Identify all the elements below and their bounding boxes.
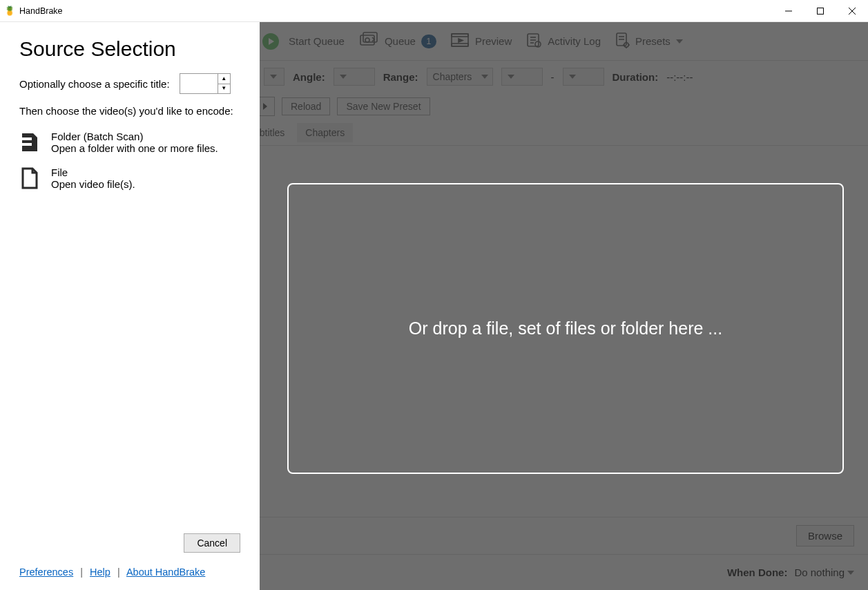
panel-links: Preferences | Help | About HandBrake (19, 567, 240, 578)
preview-icon (450, 32, 470, 50)
duration-value: --:--:-- (666, 71, 693, 83)
range-from-select[interactable] (501, 68, 543, 86)
source-folder-title: Folder (Batch Scan) (51, 131, 218, 142)
activity-log-icon (525, 32, 542, 50)
specific-title-row: Optionally choose a specific title: ▲ ▼ (19, 73, 240, 94)
when-done-select[interactable]: Do nothing (794, 567, 854, 578)
angle-label: Angle: (293, 71, 325, 83)
link-separator: | (117, 567, 120, 578)
queue-count-badge: 1 (421, 35, 436, 48)
source-selection-panel: Source Selection Optionally choose a spe… (0, 22, 260, 590)
chevron-down-icon (508, 75, 514, 79)
folder-icon (19, 131, 40, 154)
range-to-select[interactable] (563, 68, 604, 86)
svg-rect-19 (19, 137, 32, 140)
title-select[interactable] (264, 68, 284, 86)
tab-chapters[interactable]: Chapters (297, 123, 353, 142)
reload-label: Reload (291, 101, 321, 112)
duration-label: Duration: (613, 71, 659, 83)
svg-rect-1 (818, 8, 824, 14)
when-done-value: Do nothing (794, 567, 845, 578)
app-icon: 🍍 (4, 6, 15, 16)
chevron-right-icon (263, 103, 267, 110)
chevron-down-icon (676, 39, 683, 44)
queue-icon (358, 32, 379, 50)
browse-button[interactable]: Browse (796, 525, 854, 546)
spinner-up-button[interactable]: ▲ (218, 74, 230, 84)
angle-select[interactable] (334, 68, 375, 86)
source-file-text: File Open video file(s). (51, 166, 135, 190)
range-type-value: Chapters (433, 71, 472, 82)
range-label: Range: (383, 71, 418, 83)
svg-rect-4 (360, 35, 374, 45)
presets-button[interactable]: Presets (610, 29, 687, 53)
presets-icon (615, 32, 630, 50)
cancel-label: Cancel (197, 537, 227, 549)
save-new-preset-button[interactable]: Save New Preset (337, 97, 430, 115)
browse-label: Browse (808, 530, 842, 542)
save-new-preset-label: Save New Preset (346, 101, 421, 112)
activity-log-label: Activity Log (548, 35, 601, 47)
range-dash: - (551, 71, 554, 83)
about-link[interactable]: About HandBrake (126, 567, 205, 578)
tab-chapters-label: Chapters (305, 127, 345, 138)
link-separator: | (80, 567, 83, 578)
activity-log-button[interactable]: Activity Log (521, 29, 605, 53)
specific-title-spinner[interactable]: ▲ ▼ (180, 73, 231, 94)
spinner-arrows: ▲ ▼ (218, 74, 230, 93)
queue-button[interactable]: Queue 1 (354, 29, 441, 53)
presets-label: Presets (635, 35, 671, 47)
help-link[interactable]: Help (90, 567, 110, 578)
close-button[interactable] (836, 0, 868, 22)
specific-title-label: Optionally choose a specific title: (19, 78, 170, 90)
panel-heading: Source Selection (19, 37, 240, 61)
maximize-button[interactable] (804, 0, 836, 22)
start-queue-play-icon (262, 33, 279, 50)
svg-rect-8 (452, 34, 468, 37)
queue-label: Queue (385, 35, 416, 47)
source-file-desc: Open video file(s). (51, 178, 135, 190)
chevron-down-icon (569, 75, 576, 79)
spinner-down-button[interactable]: ▼ (218, 84, 230, 94)
svg-rect-9 (452, 44, 468, 46)
source-folder-option[interactable]: Folder (Batch Scan) Open a folder with o… (19, 131, 240, 154)
range-type-select[interactable]: Chapters (427, 68, 493, 86)
titlebar-left: 🍍 HandBrake (4, 6, 63, 16)
reload-button[interactable]: Reload (282, 97, 330, 115)
chevron-down-icon (847, 571, 854, 575)
file-icon (19, 166, 40, 190)
window-controls (773, 0, 868, 22)
panel-hint: Then choose the video(s) you'd like to e… (19, 104, 240, 118)
preview-button[interactable]: Preview (446, 30, 516, 53)
panel-bottom: Cancel (19, 533, 240, 553)
source-file-option[interactable]: File Open video file(s). (19, 166, 240, 190)
minimize-button[interactable] (773, 0, 804, 22)
source-file-title: File (51, 166, 135, 178)
start-queue-button[interactable]: Start Queue (284, 32, 349, 50)
chevron-down-icon (270, 75, 277, 79)
specific-title-input[interactable] (180, 74, 218, 93)
preview-label: Preview (475, 35, 512, 47)
when-done-label: When Done: (727, 567, 788, 578)
cancel-button[interactable]: Cancel (184, 533, 240, 553)
svg-point-6 (365, 38, 369, 42)
window-title: HandBrake (19, 6, 63, 16)
preferences-link[interactable]: Preferences (19, 567, 73, 578)
svg-rect-20 (19, 143, 32, 146)
chevron-down-icon (481, 75, 488, 79)
source-folder-desc: Open a folder with one or more files. (51, 142, 218, 154)
start-queue-label: Start Queue (289, 35, 345, 47)
chevron-down-icon (340, 75, 347, 79)
source-folder-text: Folder (Batch Scan) Open a folder with o… (51, 131, 218, 154)
titlebar: 🍍 HandBrake (0, 0, 868, 22)
